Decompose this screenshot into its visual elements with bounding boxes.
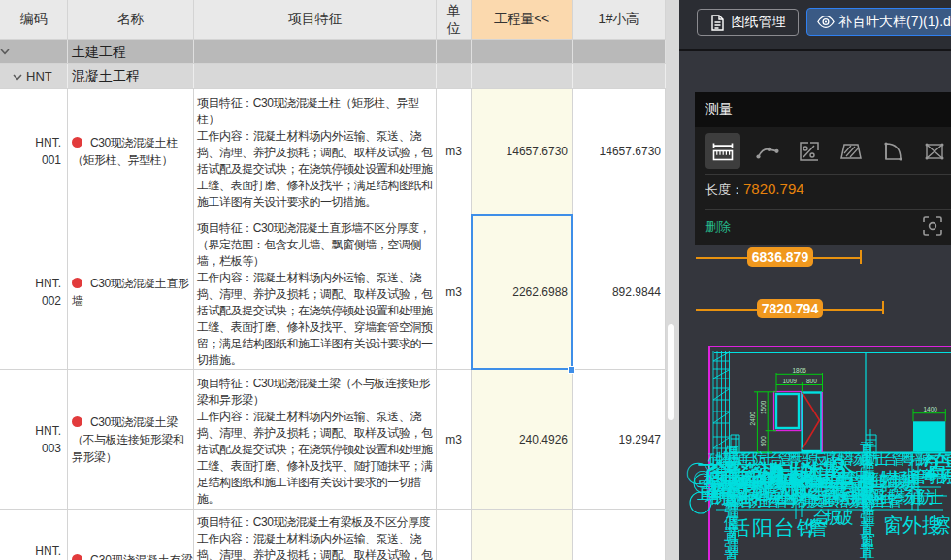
svg-text:1400: 1400 — [924, 406, 938, 412]
svg-text:800: 800 — [806, 378, 817, 384]
svg-text:1806: 1806 — [793, 367, 807, 374]
svg-text:1500: 1500 — [760, 400, 767, 414]
svg-text:2400: 2400 — [749, 412, 756, 426]
svg-text:1009: 1009 — [783, 378, 798, 384]
